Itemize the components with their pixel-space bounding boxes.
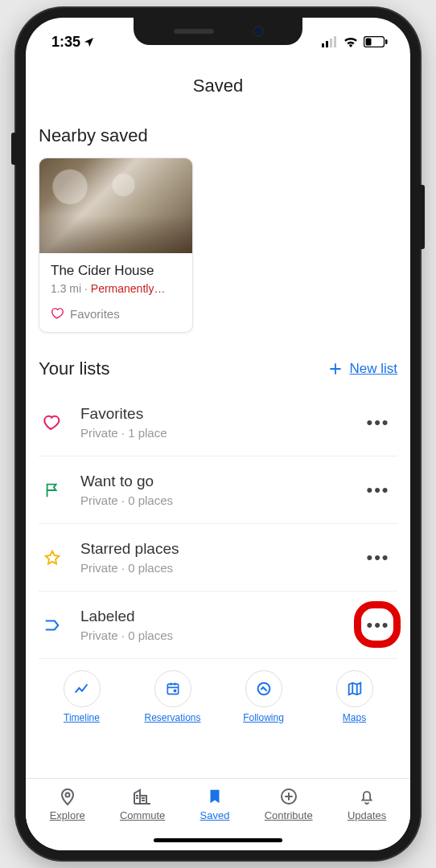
nav-updates[interactable]: Updates <box>348 787 386 821</box>
home-indicator[interactable] <box>154 838 282 842</box>
svg-rect-0 <box>322 43 324 47</box>
svg-rect-5 <box>366 39 372 46</box>
nav-contribute[interactable]: Contribute <box>265 787 313 821</box>
bookmark-icon <box>206 787 224 806</box>
list-name: Want to go <box>80 473 346 490</box>
svg-rect-3 <box>334 36 336 47</box>
more-button[interactable]: ••• <box>364 476 393 505</box>
your-lists-heading: Your lists <box>39 358 109 379</box>
place-photo <box>39 158 192 253</box>
map-icon <box>346 680 364 698</box>
place-subtitle: 1.3 mi · Permanently… <box>51 282 183 295</box>
wifi-icon <box>343 36 359 47</box>
trend-icon <box>73 680 91 698</box>
svg-rect-8 <box>173 690 175 692</box>
nearby-heading: Nearby saved <box>39 121 397 158</box>
buildings-icon <box>132 787 153 806</box>
phone-frame: 1:35 Saved Nearby saved The Cider House … <box>16 8 420 860</box>
screen: 1:35 Saved Nearby saved The Cider House … <box>26 18 410 850</box>
place-list-label: Favorites <box>70 307 120 321</box>
chip-timeline[interactable]: Timeline <box>40 670 123 723</box>
plus-icon <box>328 362 343 376</box>
following-icon <box>255 680 273 698</box>
cell-signal-icon <box>322 36 338 47</box>
bell-icon <box>358 787 376 806</box>
list-meta: Private · 1 place <box>80 426 346 440</box>
heart-icon <box>51 306 65 321</box>
list-row-starred[interactable]: Starred places Private · 0 places ••• <box>39 524 397 592</box>
list-meta: Private · 0 places <box>80 493 346 507</box>
list-row-labeled[interactable]: Labeled Private · 0 places ••• <box>39 592 397 659</box>
nav-explore[interactable]: Explore <box>50 787 85 821</box>
list-name: Favorites <box>80 405 346 423</box>
list-meta: Private · 0 places <box>80 561 346 575</box>
more-button[interactable]: ••• <box>364 611 393 640</box>
label-icon <box>43 616 61 634</box>
nearby-card[interactable]: The Cider House 1.3 mi · Permanently… Fa… <box>39 158 193 333</box>
heart-icon <box>43 413 62 432</box>
more-button[interactable]: ••• <box>364 408 393 437</box>
status-time: 1:35 <box>51 34 80 51</box>
chip-maps[interactable]: Maps <box>313 670 396 723</box>
svg-rect-2 <box>330 39 332 47</box>
pin-icon <box>58 787 77 806</box>
list-name: Starred places <box>80 540 346 558</box>
calendar-icon <box>165 681 181 697</box>
nav-commute[interactable]: Commute <box>120 787 165 821</box>
tutorial-highlight <box>354 601 401 648</box>
chip-following[interactable]: Following <box>222 670 305 723</box>
battery-icon <box>364 36 388 47</box>
star-icon <box>43 549 61 567</box>
plus-circle-icon <box>279 787 298 806</box>
more-button[interactable]: ••• <box>364 543 393 572</box>
svg-point-10 <box>65 793 69 797</box>
place-title: The Cider House <box>51 263 183 279</box>
flag-icon <box>43 481 61 499</box>
notch <box>134 18 302 45</box>
svg-rect-6 <box>385 39 388 44</box>
chip-reservations[interactable]: Reservations <box>131 670 214 723</box>
new-list-button[interactable]: New list <box>328 361 397 377</box>
svg-rect-7 <box>167 684 178 694</box>
svg-rect-1 <box>326 41 328 47</box>
list-row-want-to-go[interactable]: Want to go Private · 0 places ••• <box>39 457 397 524</box>
nav-saved[interactable]: Saved <box>200 787 230 821</box>
list-name: Labeled <box>80 608 346 625</box>
list-meta: Private · 0 places <box>80 628 346 642</box>
page-title: Saved <box>26 58 410 121</box>
location-arrow-icon <box>83 36 95 48</box>
list-row-favorites[interactable]: Favorites Private · 1 place ••• <box>39 389 397 457</box>
